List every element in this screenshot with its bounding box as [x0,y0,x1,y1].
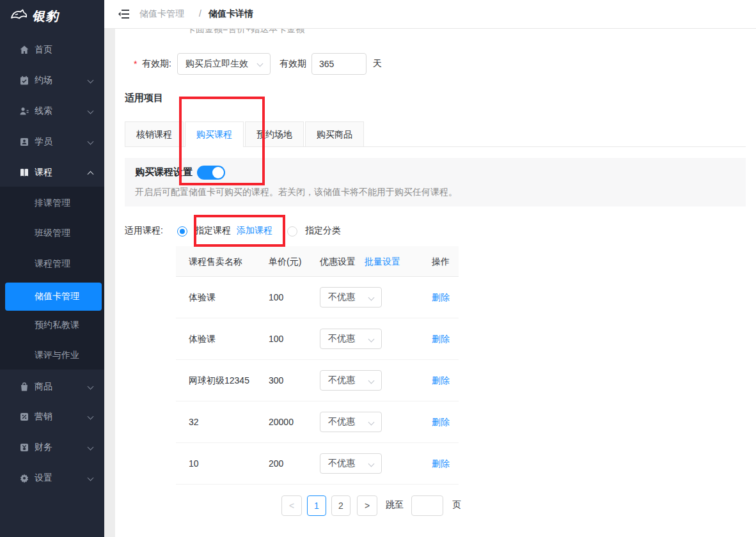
radio-specified-category[interactable] [287,226,297,237]
validity-days-input[interactable] [311,53,366,75]
section-title-applicable-items: 适用项目 [125,92,163,104]
sidebar-item-settings[interactable]: 设置 [0,467,104,489]
pagination-page-2[interactable]: 2 [331,495,350,516]
specified-category-label: 指定分类 [305,225,341,237]
table-row: 体验课 100 不优惠 删除 [176,277,459,318]
required-mark: * [134,59,137,69]
pagination-page-1[interactable]: 1 [307,495,326,516]
submenu-item-reviews-homework[interactable]: 课评与作业 [0,345,104,366]
chevron-down-icon [88,77,94,84]
delete-link[interactable]: 删除 [432,375,450,387]
courses-submenu: 排课管理 班级管理 课程管理 储值卡管理 预约私教课 课评与作业 [0,187,104,370]
delete-link[interactable]: 删除 [432,292,450,304]
buy-course-settings-panel: 购买课程设置 开启后可配置储值卡可购买的课程。若关闭，该储值卡将不能用于购买任何… [125,158,746,206]
user-lines-icon [19,106,29,116]
validity-days-label: 有效期 [280,58,306,70]
tab-buy-goods[interactable]: 购买商品 [305,121,364,147]
chevron-down-icon [368,378,375,384]
toggle-knob [212,167,224,178]
course-table: 课程售卖名称 单价(元) 优惠设置 批量设置 操作 体验课 100 不优惠 删除… [176,246,459,485]
breadcrumb-parent[interactable]: 储值卡管理 [139,8,184,20]
breadcrumb-separator: / [199,8,201,19]
chevron-down-icon [368,295,375,301]
panel-title: 购买课程设置 [135,166,193,178]
chevron-down-icon [88,384,94,390]
sidebar: 银豹 首页 约场 线索 学员 课程 排课管理 班级管理 课程管理 储值卡管理 预… [0,0,104,537]
card-amount-hint: 卡面金额=售价+赠送本卡金额 [187,29,304,35]
buy-course-toggle[interactable] [197,166,225,180]
delete-link[interactable]: 删除 [432,334,450,345]
applicable-courses-label: 适用课程: [125,225,163,237]
chevron-up-icon [88,171,94,178]
chevron-down-icon [88,444,94,451]
header-discount: 优惠设置 [320,256,356,268]
pagination: < 1 2 > 跳至 页 [115,495,756,517]
applicable-items-tabs: 核销课程 购买课程 预约场地 购买商品 [125,121,746,147]
submenu-item-stored-value-card[interactable]: 储值卡管理 [5,283,102,311]
validity-label: 有效期: [142,58,171,70]
table-row: 网球初级12345 300 不优惠 删除 [176,360,459,401]
header-action: 操作 [432,256,450,268]
discount-select[interactable]: 不优惠 [320,329,382,349]
app-logo[interactable]: 银豹 [10,6,59,26]
logo-text: 银豹 [32,8,59,25]
sidebar-item-courses[interactable]: 课程 [0,162,104,183]
validity-mode-select[interactable]: 购买后立即生效 [177,53,271,75]
sidebar-item-marketing[interactable]: 营销 [0,406,104,428]
chevron-down-icon [88,414,94,420]
sidebar-item-leads[interactable]: 线索 [0,100,104,122]
chevron-down-icon [368,461,375,467]
pagination-next-button[interactable]: > [357,495,377,516]
home-icon [19,45,29,55]
topbar: 储值卡管理 / 储值卡详情 [104,0,756,29]
page-background-gutter [104,29,115,537]
tab-book-venues[interactable]: 预约场地 [245,121,304,147]
chevron-down-icon [257,61,264,67]
panel-description: 开启后可配置储值卡可购买的课程。若关闭，该储值卡将不能用于购买任何课程。 [135,187,457,198]
radio-specified-courses[interactable] [177,226,187,237]
chevron-down-icon [88,475,94,481]
header-price: 单价(元) [269,256,301,268]
submenu-item-schedule[interactable]: 排课管理 [0,192,104,214]
discount-select[interactable]: 不优惠 [320,370,382,391]
content-card: 卡面金额=售价+赠送本卡金额 * 有效期: 购买后立即生效 有效期 天 适用项目… [115,29,756,537]
jump-to-page-input[interactable] [411,495,443,516]
table-row: 32 20000 不优惠 删除 [176,401,459,443]
yen-icon [19,442,29,453]
pagination-prev-button[interactable]: < [281,495,302,516]
submenu-item-private-lesson[interactable]: 预约私教课 [0,315,104,336]
table-row: 10 200 不优惠 删除 [176,443,459,485]
page-unit-label: 页 [452,499,461,511]
book-icon [19,167,29,178]
batch-set-link[interactable]: 批量设置 [365,256,400,268]
discount-select[interactable]: 不优惠 [320,453,382,474]
breadcrumb-current: 储值卡详情 [209,8,253,20]
delete-link[interactable]: 删除 [432,417,450,428]
sidebar-item-booking[interactable]: 约场 [0,70,104,91]
submenu-item-classes[interactable]: 班级管理 [0,222,104,244]
chevron-down-icon [368,336,375,343]
submenu-item-course-mgmt[interactable]: 课程管理 [0,253,104,275]
shopping-bag-icon [19,382,29,392]
discount-select[interactable]: 不优惠 [320,412,382,432]
jump-to-label: 跳至 [386,499,404,511]
sidebar-item-goods[interactable]: 商品 [0,376,104,398]
discount-select[interactable]: 不优惠 [320,287,382,307]
table-header-row: 课程售卖名称 单价(元) 优惠设置 批量设置 操作 [176,246,459,277]
tab-redeem-courses[interactable]: 核销课程 [125,121,184,147]
gear-icon [19,473,29,483]
table-row: 体验课 100 不优惠 删除 [176,318,459,360]
add-course-link[interactable]: 添加课程 [237,225,272,237]
sidebar-item-finance[interactable]: 财务 [0,437,104,458]
delete-link[interactable]: 删除 [432,458,450,470]
sidebar-item-students[interactable]: 学员 [0,131,104,153]
menu-fold-icon[interactable] [118,10,129,19]
chevron-down-icon [88,108,94,114]
calendar-check-icon [19,75,29,86]
tab-buy-courses[interactable]: 购买课程 [185,121,244,147]
days-unit-label: 天 [373,58,382,70]
header-name: 课程售卖名称 [189,256,242,268]
sidebar-item-home[interactable]: 首页 [0,39,104,61]
chevron-down-icon [88,139,94,145]
percent-icon [19,412,29,422]
